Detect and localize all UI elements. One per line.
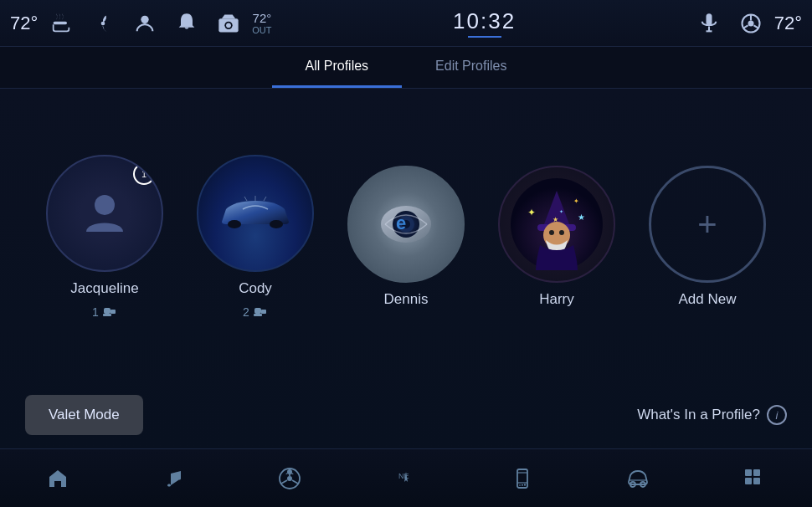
svg-rect-16	[104, 308, 110, 314]
svg-rect-55	[522, 484, 523, 486]
clock-time: 10:32	[453, 8, 516, 34]
jacqueline-name: Jacqueline	[70, 280, 138, 297]
svg-text:NE: NE	[398, 472, 409, 480]
avatar-cody	[197, 155, 314, 272]
svg-point-11	[748, 20, 753, 26]
svg-text:★: ★	[578, 213, 585, 222]
svg-line-46	[281, 480, 287, 484]
svg-rect-25	[254, 314, 262, 316]
svg-rect-17	[103, 314, 111, 316]
status-bar: 72°	[0, 0, 812, 47]
bottom-nav: NE	[0, 448, 812, 507]
svg-rect-26	[261, 310, 266, 314]
profile-add-new[interactable]: + Add New	[649, 166, 766, 308]
svg-rect-7	[706, 13, 712, 25]
jacqueline-badge: 1	[133, 163, 155, 185]
svg-marker-6	[222, 14, 235, 18]
profile-cody[interactable]: Cody 2	[197, 155, 314, 319]
svg-point-38	[549, 230, 554, 235]
temp-out: 72° OUT	[252, 11, 271, 35]
clock-display: 10:32	[453, 8, 516, 38]
temp-left: 72°	[10, 13, 38, 34]
tab-all-profiles[interactable]: All Profiles	[272, 47, 403, 88]
tabs-bar: All Profiles Edit Profiles	[0, 47, 812, 89]
profiles-area: 1 Jacqueline 1	[0, 89, 812, 385]
svg-rect-60	[745, 469, 752, 476]
plus-icon: +	[697, 207, 717, 241]
profile-dennis[interactable]: e Dennis	[347, 166, 465, 308]
svg-rect-24	[254, 308, 261, 314]
svg-rect-54	[519, 484, 521, 485]
nav-apps[interactable]	[721, 458, 788, 499]
nav-phone[interactable]	[489, 458, 556, 499]
seat-heat-icon[interactable]	[43, 5, 80, 42]
svg-point-15	[95, 195, 115, 215]
tab-edit-profiles[interactable]: Edit Profiles	[402, 47, 540, 88]
svg-line-47	[292, 480, 298, 484]
svg-point-2	[141, 15, 149, 23]
svg-point-20	[270, 220, 283, 228]
svg-rect-61	[753, 469, 760, 476]
nav-vehicle[interactable]	[604, 458, 671, 499]
avatar-jacqueline: 1	[46, 155, 163, 272]
svg-line-14	[753, 25, 758, 28]
main-content: 1 Jacqueline 1	[0, 89, 812, 448]
add-new-label: Add New	[679, 291, 737, 308]
svg-text:✦: ✦	[527, 207, 536, 218]
svg-text:✦: ✦	[559, 209, 563, 214]
jacqueline-seat: 1	[92, 305, 117, 319]
status-left: 72°	[10, 5, 279, 42]
cody-seat: 2	[243, 305, 268, 319]
svg-point-44	[287, 476, 292, 481]
svg-rect-63	[753, 478, 760, 484]
avatar-harry: ★ ✦ ✦ ★ ✦	[498, 166, 615, 283]
status-right: 72°	[691, 5, 802, 42]
profile-jacqueline[interactable]: 1 Jacqueline 1	[46, 155, 163, 319]
temp-right: 72°	[774, 13, 802, 34]
fan-icon[interactable]	[85, 5, 121, 42]
nav-music[interactable]	[141, 458, 208, 499]
avatar-add: +	[649, 166, 766, 283]
person-icon[interactable]	[126, 5, 163, 42]
dennis-name: Dennis	[384, 291, 429, 308]
svg-rect-18	[110, 310, 116, 314]
harry-name: Harry	[539, 291, 574, 308]
steering-heat-icon[interactable]	[732, 5, 769, 42]
mic-icon[interactable]	[691, 5, 727, 42]
bottom-actions: Valet Mode What's In a Profile? i	[0, 385, 812, 448]
svg-point-39	[559, 230, 564, 235]
svg-text:✦: ✦	[573, 197, 579, 205]
svg-point-19	[228, 220, 241, 228]
nav-navigation[interactable]: NE	[373, 458, 439, 499]
svg-rect-0	[54, 21, 67, 24]
svg-point-1	[101, 21, 105, 25]
nav-driver-assist[interactable]	[256, 458, 323, 499]
valet-mode-button[interactable]: Valet Mode	[25, 395, 143, 435]
clock-underline	[468, 36, 501, 38]
camera-icon[interactable]	[210, 5, 247, 42]
svg-text:e: e	[396, 213, 406, 233]
svg-rect-62	[745, 478, 752, 484]
avatar-dennis: e	[347, 166, 465, 283]
svg-point-5	[226, 23, 231, 28]
whats-in-profile-button[interactable]: What's In a Profile? i	[637, 405, 787, 425]
bell-icon[interactable]	[168, 5, 205, 42]
svg-line-21	[244, 197, 247, 201]
info-icon: i	[767, 405, 787, 425]
nav-home[interactable]	[24, 458, 91, 499]
svg-rect-56	[524, 484, 526, 485]
cody-name: Cody	[239, 280, 272, 297]
svg-line-13	[743, 25, 748, 28]
profile-harry[interactable]: ★ ✦ ✦ ★ ✦ Harry	[498, 166, 615, 308]
svg-line-23	[264, 197, 266, 201]
